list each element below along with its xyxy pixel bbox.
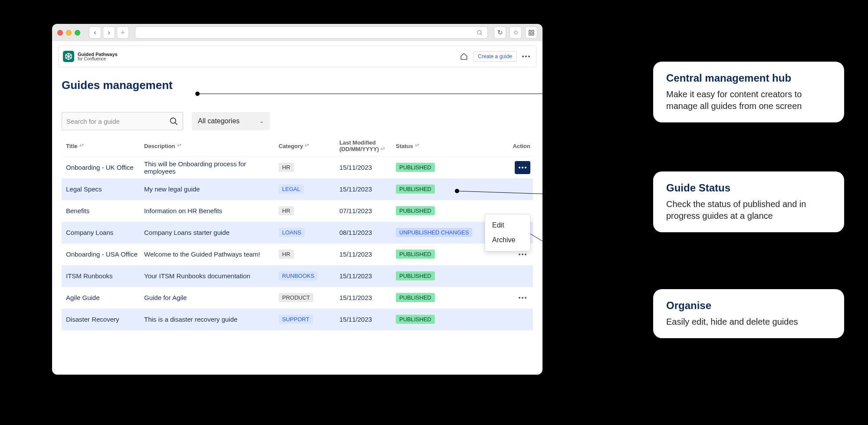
app-header: Guided Pathways for Confluence Create a …: [58, 46, 536, 67]
table-row: BenefitsInformation on HR BenefitsHR07/1…: [62, 200, 533, 222]
callout-body: Make it easy for content creators to man…: [666, 89, 831, 112]
cell-date: 15/11/2023: [339, 250, 396, 258]
brand-name: Guided Pathways: [78, 52, 118, 57]
cell-description: Information on HR Benefits: [144, 207, 279, 214]
cell-date: 07/11/2023: [339, 207, 396, 214]
cell-description: Company Loans starter guide: [144, 229, 279, 236]
cell-date: 15/11/2023: [339, 294, 396, 301]
th-title[interactable]: Title▴▾: [66, 143, 144, 149]
table-row: Onboarding - UK OfficeThis will be Onboa…: [62, 157, 533, 178]
table-row: Disaster RecoveryThis is a disaster reco…: [62, 309, 533, 330]
cell-title: Company Loans: [66, 229, 144, 236]
status-badge: PUBLISHED: [396, 184, 435, 194]
status-badge: PUBLISHED: [396, 206, 435, 215]
back-button[interactable]: ‹: [89, 26, 101, 39]
cell-title: Benefits: [66, 207, 144, 214]
menu-archive[interactable]: Archive: [485, 233, 530, 247]
category-badge: SUPPORT: [279, 315, 313, 324]
svg-line-4: [480, 33, 482, 35]
category-badge: RUNBOOKS: [279, 271, 318, 280]
table-header: Title▴▾ Description▴▾ Category▴▾ Last Mo…: [62, 138, 533, 157]
svg-rect-8: [532, 33, 533, 35]
status-badge: PUBLISHED: [396, 271, 435, 280]
cell-title: Onboarding - USA Office: [66, 250, 144, 258]
category-badge: PRODUCT: [279, 293, 313, 302]
status-badge: PUBLISHED: [396, 315, 435, 324]
callout-title: Central management hub: [666, 72, 831, 84]
table-row: Company LoansCompany Loans starter guide…: [62, 222, 533, 244]
search-icon: [477, 30, 483, 36]
cell-title: Disaster Recovery: [66, 316, 144, 323]
reload-button[interactable]: ↻: [494, 26, 506, 39]
cell-date: 15/11/2023: [339, 164, 396, 171]
svg-rect-5: [529, 30, 530, 32]
th-last-modified[interactable]: Last Modified(DD/MM/YYYY)▴▾: [339, 140, 396, 153]
category-badge: HR: [279, 250, 294, 259]
create-guide-button[interactable]: Create a guide: [473, 51, 517, 62]
category-badge: LEGAL: [279, 184, 304, 194]
forward-button[interactable]: ›: [103, 26, 115, 39]
cell-date: 15/11/2023: [339, 316, 396, 323]
minimize-icon[interactable]: [66, 30, 72, 36]
svg-point-9: [171, 118, 176, 123]
guides-table: Title▴▾ Description▴▾ Category▴▾ Last Mo…: [62, 138, 533, 330]
cell-title: Onboarding - UK Office: [66, 164, 144, 171]
cell-title: Legal Specs: [66, 185, 144, 193]
titlebar: ‹ › + ↻ ☆: [52, 24, 542, 41]
cell-date: 15/11/2023: [339, 185, 396, 193]
traffic-lights: [57, 30, 80, 36]
category-badge: HR: [279, 206, 294, 215]
callout-body: Easily edit, hide and delete guides: [666, 316, 831, 328]
brand: Guided Pathways for Confluence: [63, 51, 118, 62]
status-badge: PUBLISHED: [396, 250, 435, 259]
svg-rect-7: [529, 33, 530, 35]
brand-sub: for Confluence: [78, 57, 118, 61]
category-filter[interactable]: All categories ⌄: [192, 112, 270, 130]
close-icon[interactable]: [57, 30, 63, 36]
th-action: Action: [491, 143, 530, 149]
brand-logo-icon: [63, 51, 74, 62]
category-badge: LOANS: [279, 228, 305, 237]
row-action-button[interactable]: [515, 291, 530, 304]
home-icon[interactable]: [458, 51, 470, 62]
category-filter-label: All categories: [198, 117, 240, 125]
cell-description: This will be Onboarding process for empl…: [144, 160, 279, 175]
url-bar[interactable]: [135, 26, 488, 39]
svg-point-3: [477, 30, 481, 34]
apps-button[interactable]: [525, 26, 537, 39]
cell-description: My new legal guide: [144, 185, 279, 193]
cell-date: 15/11/2023: [339, 272, 396, 280]
cell-description: This is a disaster recovery guide: [144, 316, 279, 323]
callout-organise: Organise Easily edit, hide and delete gu…: [653, 289, 844, 338]
maximize-icon[interactable]: [75, 30, 80, 36]
favorite-button[interactable]: ☆: [510, 26, 522, 39]
category-badge: HR: [279, 163, 294, 172]
cell-description: Guide for Agile: [144, 294, 279, 301]
th-description[interactable]: Description▴▾: [144, 143, 279, 149]
cell-title: Agile Guide: [66, 294, 144, 301]
callout-central-hub: Central management hub Make it easy for …: [653, 62, 844, 122]
cell-title: ITSM Runbooks: [66, 272, 144, 280]
header-more-button[interactable]: [520, 51, 532, 62]
table-row: Onboarding - USA OfficeWelcome to the Gu…: [62, 244, 533, 265]
callout-title: Guide Status: [666, 182, 831, 194]
th-category[interactable]: Category▴▾: [279, 143, 339, 149]
cell-date: 08/11/2023: [339, 229, 396, 236]
svg-line-10: [175, 122, 177, 125]
callout-guide-status: Guide Status Check the status of publish…: [653, 171, 844, 232]
chevron-down-icon: ⌄: [260, 118, 264, 124]
search-placeholder: Search for a guide: [66, 118, 120, 125]
svg-rect-6: [532, 30, 533, 32]
status-badge: PUBLISHED: [396, 293, 435, 302]
menu-edit[interactable]: Edit: [485, 218, 530, 233]
page-title: Guides management: [62, 79, 533, 92]
cell-description: Welcome to the Guided Pathways team!: [144, 250, 279, 258]
row-action-menu: Edit Archive: [485, 214, 530, 251]
table-row: Agile GuideGuide for AgilePRODUCT15/11/2…: [62, 287, 533, 309]
search-input[interactable]: Search for a guide: [62, 112, 183, 130]
th-status[interactable]: Status▴▾: [396, 143, 491, 149]
status-badge: UNPUBLISHED CHANGES: [396, 228, 472, 237]
new-tab-button[interactable]: +: [117, 26, 129, 39]
row-action-button[interactable]: [515, 161, 530, 174]
callout-title: Organise: [666, 300, 831, 312]
